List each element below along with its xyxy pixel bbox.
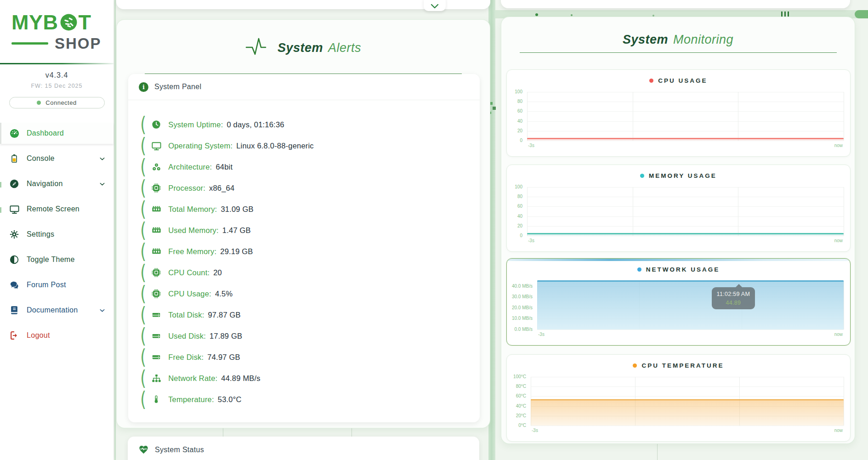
system-status-title: System Status xyxy=(155,446,204,454)
sidebar-item-settings[interactable]: Settings xyxy=(0,224,113,245)
gridline-v xyxy=(527,187,528,236)
map-marker xyxy=(0,182,1,187)
system-info-row-used-disk: (Used Disk:17.89 GB xyxy=(139,325,480,346)
chevron-down-icon xyxy=(98,307,106,314)
y-axis-label: 10.0 MB/s xyxy=(507,316,533,321)
brand-logo-top: MYBT xyxy=(11,12,102,33)
battery-icon xyxy=(9,153,20,164)
chart-plot[interactable] xyxy=(531,377,844,426)
gridline-v xyxy=(844,377,844,426)
chart-title-label: NETWORK USAGE xyxy=(646,266,720,273)
title-secondary: Alerts xyxy=(328,41,361,55)
system-info-row-free-memory: (Free Memory:29.19 GB xyxy=(139,241,480,262)
system-panel-card: i System Panel (System Uptime:0 days, 01… xyxy=(128,74,480,422)
network-icon xyxy=(151,373,162,384)
gridline-v xyxy=(738,92,738,141)
brand-logo-bottom: SHOP xyxy=(11,36,102,51)
bracket-decoration: ( xyxy=(140,221,146,239)
sidebar-item-toggle-theme[interactable]: Toggle Theme xyxy=(0,249,113,270)
system-info-row-processor: (Processor:x86_64 xyxy=(139,177,480,199)
system-info-row-cpu-usage: (CPU Usage:4.5% xyxy=(139,283,480,304)
gridline-h xyxy=(527,236,844,236)
chart-card-memory-usage[interactable]: MEMORY USAGE100806040200-3snow xyxy=(506,165,851,252)
x-axis-label-start: -3s xyxy=(528,238,534,243)
system-alerts-header: SystemAlerts xyxy=(117,20,490,59)
system-info-label: CPU Usage: xyxy=(168,290,211,298)
y-axis-label: 40 xyxy=(507,214,522,219)
y-axis-label: 60 xyxy=(507,204,522,209)
sidebar: MYBT SHOP v4.3.4 FW: 15 Dec 2025 Connect… xyxy=(0,0,113,460)
sidebar-item-dashboard[interactable]: Dashboard xyxy=(0,123,113,144)
gauge-icon xyxy=(9,128,20,139)
y-axis-label: 60 xyxy=(507,108,522,114)
map-marker xyxy=(855,10,868,18)
brand-text-suffix: T xyxy=(79,12,91,33)
gridline-h xyxy=(527,226,844,227)
gridline-h xyxy=(527,131,844,131)
system-panel-title: System Panel xyxy=(154,83,201,91)
system-status-header: System Status xyxy=(128,437,479,460)
bracket-decoration: ( xyxy=(140,136,146,155)
collapse-card-button[interactable] xyxy=(424,0,446,11)
header-rule xyxy=(520,52,837,53)
connection-status-pill: Connected xyxy=(9,97,105,108)
sidebar-item-label: Navigation xyxy=(27,180,63,188)
sidebar-item-console[interactable]: Console xyxy=(0,148,113,169)
system-info-row-used-memory: (Used Memory:1.47 GB xyxy=(139,220,480,241)
sitemap-icon xyxy=(151,161,162,172)
gridline-h xyxy=(527,206,844,207)
y-axis-label: 20 xyxy=(507,223,522,228)
chip-icon xyxy=(151,288,162,299)
series-line xyxy=(531,399,844,401)
system-monitoring-header: SystemMonitoring xyxy=(501,17,855,47)
x-axis-label-end: now xyxy=(834,332,843,337)
y-axis-label: 30.0 MB/s xyxy=(507,294,533,299)
firmware-date: FW: 15 Dec 2025 xyxy=(0,83,113,89)
system-info-label: System Uptime: xyxy=(168,120,223,129)
memory-icon xyxy=(151,246,162,257)
x-axis-label-end: now xyxy=(834,428,843,433)
memory-icon xyxy=(151,204,162,215)
collapsed-card-top-right xyxy=(501,0,850,8)
chart-plot[interactable] xyxy=(527,187,844,236)
sidebar-item-forum-post[interactable]: Forum Post xyxy=(0,274,113,295)
system-info-value: 20 xyxy=(213,268,222,277)
series-fill xyxy=(537,281,844,329)
y-axis-label: 100 xyxy=(507,184,522,189)
monitor-icon xyxy=(9,204,20,215)
chart-card-network-usage[interactable]: NETWORK USAGE11:02:59 AM44.8940.0 MB/s30… xyxy=(506,258,851,346)
chip-icon xyxy=(151,182,162,193)
gridline-v xyxy=(844,281,844,329)
logout-icon xyxy=(9,330,20,341)
sidebar-item-label: Toggle Theme xyxy=(27,256,75,264)
sidebar-item-navigation[interactable]: Navigation xyxy=(0,173,113,194)
dashboard-page: MYBT SHOP v4.3.4 FW: 15 Dec 2025 Connect… xyxy=(0,0,868,460)
system-info-label: Used Disk: xyxy=(168,332,206,341)
sidebar-item-documentation[interactable]: Documentation xyxy=(0,300,113,321)
y-axis-label: 20.0 MB/s xyxy=(507,305,533,310)
chart-card-cpu-temperature[interactable]: CPU TEMPERATURE100°C80°C60°C40°C20°C0°C-… xyxy=(506,354,851,442)
y-axis-label: 80 xyxy=(507,99,522,104)
sidebar-item-label: Logout xyxy=(27,331,50,340)
system-info-value: 64bit xyxy=(216,163,233,171)
y-axis-label: 80 xyxy=(507,194,522,199)
chart-plot[interactable]: 11:02:59 AM44.89 xyxy=(537,281,844,329)
bracket-decoration: ( xyxy=(140,242,146,261)
gridline-v xyxy=(738,187,738,236)
sidebar-item-logout[interactable]: Logout xyxy=(0,325,113,346)
page-title: SystemAlerts xyxy=(278,41,361,55)
sidebar-item-remote-screen[interactable]: Remote Screen xyxy=(0,199,113,220)
brand-text-prefix: MYB xyxy=(11,12,58,33)
chart-card-cpu-usage[interactable]: CPU USAGE100806040200-3snow xyxy=(506,69,851,157)
chevron-down-icon xyxy=(98,155,106,163)
chart-plot[interactable] xyxy=(527,92,844,141)
gridline-v xyxy=(633,92,633,141)
compass-icon xyxy=(9,178,20,189)
hdd-icon xyxy=(151,330,162,341)
system-info-value: 29.19 GB xyxy=(220,247,253,256)
system-info-value: x86_64 xyxy=(209,184,234,193)
system-info-value: Linux 6.8.0-88-generic xyxy=(236,142,314,150)
y-axis-label: 0 xyxy=(507,233,522,238)
bracket-decoration: ( xyxy=(140,263,146,282)
map-marker xyxy=(535,13,538,16)
